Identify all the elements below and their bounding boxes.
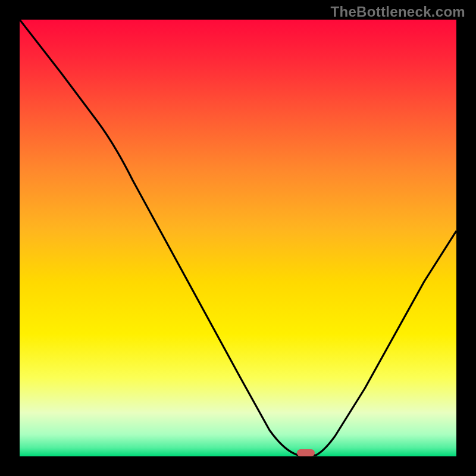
optimal-marker (297, 449, 315, 456)
svg-rect-0 (20, 20, 456, 456)
plot-background-gradient (20, 20, 456, 456)
chart-frame: TheBottleneck.com (0, 0, 476, 476)
plot-area (20, 20, 456, 456)
watermark-text: TheBottleneck.com (331, 4, 465, 20)
